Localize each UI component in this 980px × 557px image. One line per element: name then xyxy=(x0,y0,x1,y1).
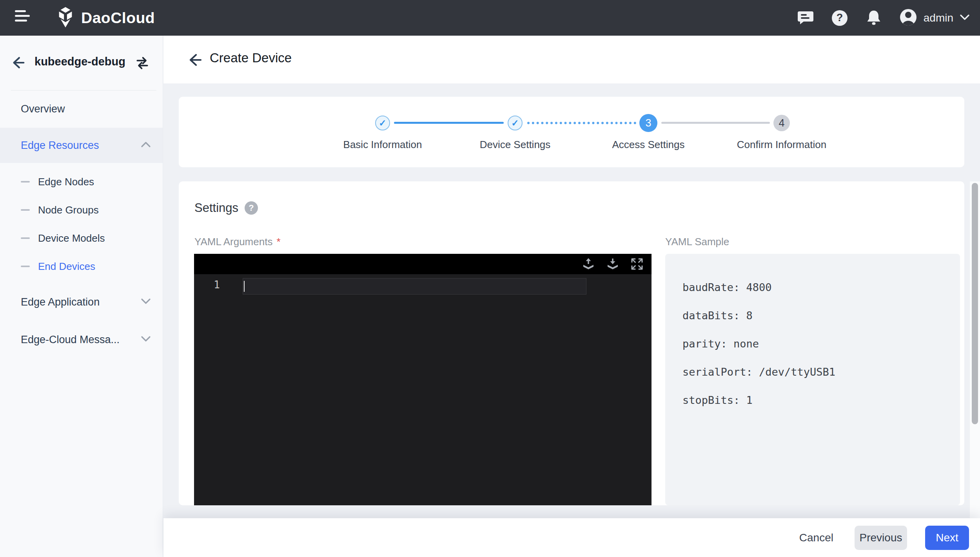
svg-text:?: ? xyxy=(836,12,843,24)
text-cursor xyxy=(244,281,245,292)
dash-icon xyxy=(21,266,30,267)
sidebar-item-edge-application[interactable]: Edge Application xyxy=(0,282,163,322)
check-icon: ✓ xyxy=(379,118,386,128)
sidebar-back-icon[interactable] xyxy=(10,54,26,72)
message-icon[interactable] xyxy=(797,10,814,26)
yaml-sample-panel: baudRate: 4800 dataBits: 8 parity: none … xyxy=(665,254,960,505)
editor-toolbar xyxy=(194,254,652,274)
back-icon[interactable] xyxy=(186,51,203,70)
sidebar-item-overview[interactable]: Overview xyxy=(0,90,163,128)
previous-button[interactable]: Previous xyxy=(855,526,907,550)
check-icon: ✓ xyxy=(511,118,519,128)
step-4-label: Confirm Information xyxy=(715,139,848,151)
chevron-down-icon xyxy=(141,298,151,306)
step-4-circle[interactable]: 4 xyxy=(773,115,790,131)
brand[interactable]: DaoCloud xyxy=(56,0,155,36)
next-button[interactable]: Next xyxy=(925,526,969,550)
current-line-highlight[interactable] xyxy=(243,278,586,295)
section-help-icon[interactable]: ? xyxy=(245,201,258,215)
user-name: admin xyxy=(924,12,953,24)
sidebar-item-edge-cloud-message[interactable]: Edge-Cloud Messa... xyxy=(0,322,163,358)
sidebar-item-node-groups[interactable]: Node Groups xyxy=(0,196,163,224)
yaml-arguments-label: YAML Arguments xyxy=(194,236,272,248)
connector-done xyxy=(394,122,504,124)
step-1-label: Basic Information xyxy=(316,139,449,151)
scrollbar-thumb[interactable] xyxy=(972,183,978,424)
dash-icon xyxy=(21,181,30,183)
step-2-circle[interactable]: ✓ xyxy=(508,116,523,130)
chevron-up-icon xyxy=(141,141,151,150)
yaml-sample-line: baudRate: 4800 xyxy=(682,273,960,302)
dash-icon xyxy=(21,237,30,239)
fullscreen-icon[interactable] xyxy=(630,257,644,271)
step-3-circle[interactable]: 3 xyxy=(639,114,657,132)
page-title: Create Device xyxy=(210,51,292,65)
download-icon[interactable] xyxy=(606,257,619,271)
cancel-button[interactable]: Cancel xyxy=(796,526,837,550)
user-menu[interactable]: admin xyxy=(899,8,970,28)
page-header: Create Device xyxy=(163,36,980,83)
step-2-label: Device Settings xyxy=(448,139,582,151)
upload-icon[interactable] xyxy=(582,257,595,271)
cluster-name: kubeedge-debug xyxy=(34,55,125,68)
help-icon[interactable]: ? xyxy=(831,9,848,27)
chevron-down-icon xyxy=(960,14,970,22)
stepper: ✓ ✓ 3 4 Basic Information Device Setting… xyxy=(179,97,964,167)
bell-icon[interactable] xyxy=(866,9,882,27)
daocloud-logo-icon xyxy=(56,6,75,30)
settings-card: Settings ? YAML Arguments* YAML Sample xyxy=(179,181,964,505)
connector-future xyxy=(661,122,770,124)
step-1-circle[interactable]: ✓ xyxy=(375,116,390,130)
sidebar-item-device-models[interactable]: Device Models xyxy=(0,224,163,252)
main-content: Create Device ✓ ✓ 3 4 Basic Information … xyxy=(163,36,980,557)
yaml-editor[interactable]: 1 xyxy=(194,254,652,505)
menu-icon[interactable] xyxy=(15,10,31,26)
chevron-down-icon xyxy=(141,335,151,344)
yaml-sample-line: parity: none xyxy=(682,330,960,358)
yaml-sample-label: YAML Sample xyxy=(665,236,729,248)
line-number: 1 xyxy=(194,279,225,291)
connector-active xyxy=(527,122,636,124)
step-3-label: Access Settings xyxy=(582,139,715,151)
sidebar-item-edge-nodes[interactable]: Edge Nodes xyxy=(0,168,163,196)
editor-body[interactable]: 1 xyxy=(194,274,652,505)
yaml-sample-line: serialPort: /dev/ttyUSB1 xyxy=(682,358,960,386)
yaml-sample-line: stopBits: 1 xyxy=(682,386,960,414)
wizard-footer: Cancel Previous Next xyxy=(163,518,980,557)
dash-icon xyxy=(21,209,30,211)
sidebar-item-edge-resources[interactable]: Edge Resources xyxy=(0,128,163,163)
avatar xyxy=(899,8,917,28)
switch-cluster-icon[interactable] xyxy=(134,55,150,72)
top-bar: DaoCloud ? xyxy=(0,0,980,36)
required-asterisk: * xyxy=(276,236,280,248)
sidebar: kubeedge-debug Overview Edge Resources E… xyxy=(0,36,163,557)
yaml-sample-line: dataBits: 8 xyxy=(682,302,960,330)
brand-name: DaoCloud xyxy=(81,9,155,27)
section-title: Settings xyxy=(194,201,238,215)
sidebar-item-end-devices[interactable]: End Devices xyxy=(0,252,163,280)
